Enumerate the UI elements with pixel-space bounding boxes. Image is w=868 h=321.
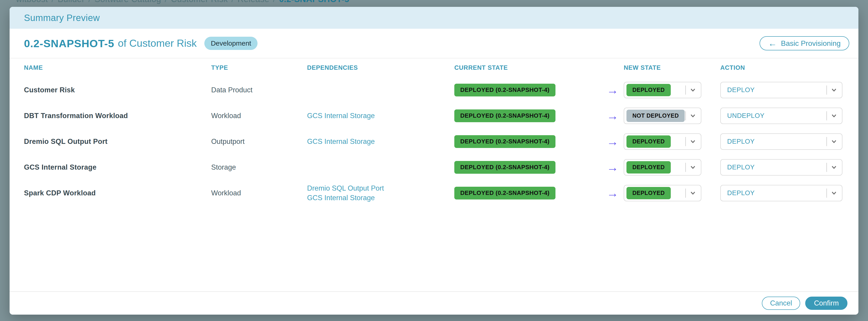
chevron-down-icon	[830, 86, 838, 94]
action-select[interactable]: DEPLOY	[720, 159, 842, 176]
dependencies-cell: GCS Internal Storage	[307, 111, 454, 120]
modal-footer: Cancel Confirm	[9, 292, 859, 315]
component-type: Data Product	[211, 86, 307, 94]
divider	[685, 85, 686, 95]
action-cell: DEPLOY	[720, 133, 859, 150]
breadcrumb-item-builder[interactable]: Builder	[58, 0, 85, 4]
breadcrumb-separator: /	[48, 0, 58, 4]
page-background: { "breadcrumb": { "separator": "/", "ite…	[0, 0, 868, 321]
new-state-chip: NOT DEPLOYED	[626, 110, 685, 122]
table-row: Customer Risk Data Product DEPLOYED (0.2…	[9, 77, 859, 103]
new-state-select[interactable]: DEPLOYED	[624, 133, 701, 150]
action-value: DEPLOY	[727, 164, 755, 171]
breadcrumb-item-release[interactable]: Release	[238, 0, 269, 4]
divider	[685, 163, 686, 172]
breadcrumb-item-customer-risk[interactable]: Customer Risk	[171, 0, 228, 4]
table-row: GCS Internal Storage Storage DEPLOYED (0…	[9, 154, 859, 180]
divider	[827, 85, 827, 95]
current-state-cell: DEPLOYED (0.2-SNAPSHOT-4)	[454, 187, 607, 200]
current-state-cell: DEPLOYED (0.2-SNAPSHOT-4)	[454, 84, 607, 97]
column-header-action: ACTION	[720, 64, 859, 71]
new-state-cell: NOT DEPLOYED	[624, 108, 720, 124]
new-state-chip: DEPLOYED	[626, 161, 671, 174]
release-version: 0.2-SNAPSHOT-5	[24, 37, 114, 50]
chevron-down-icon	[689, 138, 697, 145]
summary-preview-modal: Summary Preview 0.2-SNAPSHOT-5 of Custom…	[9, 7, 859, 315]
dependency-link[interactable]: Dremio SQL Output Port	[307, 183, 454, 193]
current-state-cell: DEPLOYED (0.2-SNAPSHOT-4)	[454, 109, 607, 122]
cancel-button[interactable]: Cancel	[762, 297, 800, 310]
new-state-chip: DEPLOYED	[626, 187, 671, 199]
current-state-chip: DEPLOYED (0.2-SNAPSHOT-4)	[454, 84, 555, 97]
table-header-row: NAME TYPE DEPENDENCIES CURRENT STATE NEW…	[9, 58, 859, 77]
breadcrumb-item-current-version: 0.2-SNAPSHOT-5	[279, 0, 349, 4]
breadcrumb-item-witboost[interactable]: witboost	[16, 0, 48, 4]
new-state-chip: DEPLOYED	[626, 84, 671, 96]
action-value: DEPLOY	[727, 189, 755, 197]
component-type: Workload	[211, 112, 307, 120]
chevron-down-icon	[689, 164, 697, 171]
new-state-cell: DEPLOYED	[624, 159, 720, 176]
arrow-left-icon: ←	[768, 39, 777, 48]
chevron-down-icon	[830, 112, 838, 120]
chevron-down-icon	[689, 189, 697, 197]
breadcrumb-separator: /	[161, 0, 171, 4]
column-header-type: TYPE	[211, 64, 307, 71]
divider	[685, 111, 686, 120]
new-state-chip: DEPLOYED	[626, 135, 671, 148]
action-select[interactable]: DEPLOY	[720, 133, 842, 150]
new-state-select[interactable]: NOT DEPLOYED	[624, 108, 701, 124]
current-state-chip: DEPLOYED (0.2-SNAPSHOT-4)	[454, 187, 555, 200]
dependencies-cell: GCS Internal Storage	[307, 137, 454, 146]
divider	[685, 188, 686, 198]
chevron-down-icon	[689, 86, 697, 94]
divider	[827, 188, 827, 198]
arrow-right-icon: →	[607, 162, 624, 173]
new-state-cell: DEPLOYED	[624, 133, 720, 150]
component-name: Spark CDP Workload	[24, 189, 211, 197]
action-value: UNDEPLOY	[727, 112, 765, 119]
action-cell: DEPLOY	[720, 185, 859, 201]
new-state-select[interactable]: DEPLOYED	[624, 185, 701, 201]
column-header-current-state: CURRENT STATE	[454, 64, 607, 71]
action-select[interactable]: DEPLOY	[720, 185, 842, 201]
component-type: Outputport	[211, 138, 307, 146]
dependency-link[interactable]: GCS Internal Storage	[307, 137, 454, 146]
release-product-name: of Customer Risk	[118, 37, 196, 49]
component-type: Workload	[211, 189, 307, 197]
arrow-right-icon: →	[607, 110, 624, 122]
table-row: Dremio SQL Output Port Outputport GCS In…	[9, 129, 859, 154]
spacer	[9, 206, 859, 291]
table-row: DBT Transformation Workload Workload GCS…	[9, 103, 859, 129]
environment-badge: Development	[204, 37, 257, 50]
new-state-cell: DEPLOYED	[624, 185, 720, 201]
component-name: DBT Transformation Workload	[24, 112, 211, 120]
action-cell: DEPLOY	[720, 82, 859, 98]
chevron-down-icon	[830, 189, 838, 197]
action-value: DEPLOY	[727, 86, 755, 94]
breadcrumb: witboost/Builder/Software Catalog/Custom…	[16, 0, 349, 4]
action-value: DEPLOY	[727, 138, 755, 145]
current-state-chip: DEPLOYED (0.2-SNAPSHOT-4)	[454, 109, 555, 122]
action-select[interactable]: DEPLOY	[720, 82, 842, 98]
basic-provisioning-label: Basic Provisioning	[781, 39, 841, 48]
current-state-cell: DEPLOYED (0.2-SNAPSHOT-4)	[454, 161, 607, 174]
divider	[685, 137, 686, 146]
basic-provisioning-button[interactable]: ← Basic Provisioning	[760, 36, 849, 50]
confirm-button[interactable]: Confirm	[805, 297, 847, 310]
new-state-select[interactable]: DEPLOYED	[624, 159, 701, 176]
chevron-down-icon	[830, 138, 838, 145]
current-state-chip: DEPLOYED (0.2-SNAPSHOT-4)	[454, 161, 555, 174]
breadcrumb-separator: /	[269, 0, 279, 4]
divider	[827, 163, 827, 172]
dependency-link[interactable]: GCS Internal Storage	[307, 111, 454, 120]
divider	[827, 137, 827, 146]
action-select[interactable]: UNDEPLOY	[720, 108, 842, 124]
dependencies-cell: Dremio SQL Output Port GCS Internal Stor…	[307, 183, 454, 203]
component-name: GCS Internal Storage	[24, 163, 211, 172]
arrow-right-icon: →	[607, 84, 624, 96]
dependency-link[interactable]: GCS Internal Storage	[307, 193, 454, 203]
new-state-select[interactable]: DEPLOYED	[624, 82, 701, 98]
breadcrumb-item-software-catalog[interactable]: Software Catalog	[95, 0, 161, 4]
column-header-dependencies: DEPENDENCIES	[307, 64, 454, 71]
